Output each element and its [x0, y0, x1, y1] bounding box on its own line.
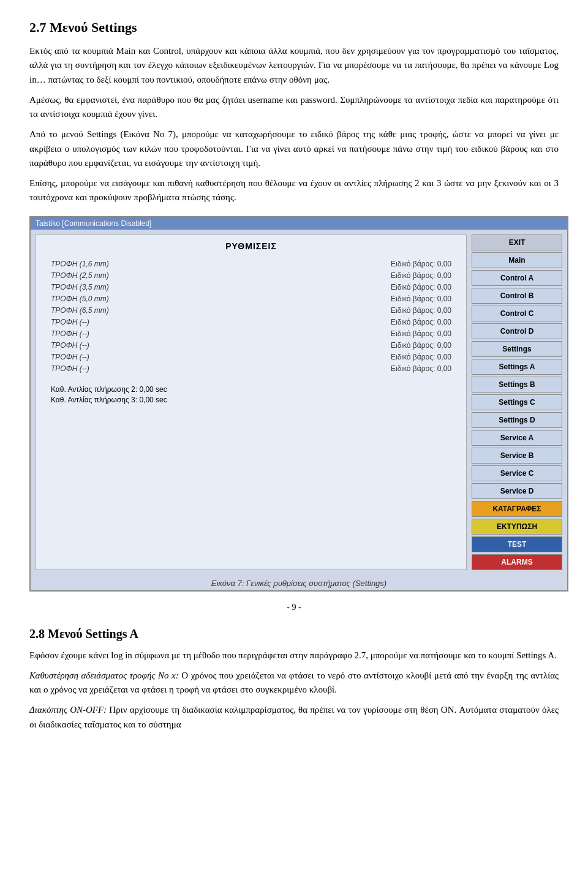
sidebar-button-settings[interactable]: Settings — [472, 341, 562, 357]
sidebar-button-control-d[interactable]: Control D — [472, 323, 562, 339]
feed-name: ΤΡΟΦΗ (2,5 mm) — [51, 271, 109, 280]
section-27-para-3: Από το μενού Settings (Εικόνα Νο 7), μπο… — [29, 127, 559, 170]
section-28-para-3: Διακόπτης ΟΝ-OFF: Πριν αρχίσουμε τη διαδ… — [29, 703, 559, 732]
sidebar-button-test[interactable]: TEST — [472, 536, 562, 552]
main-content-panel: ΡΥΘΜΙΣΕΙΣ ΤΡΟΦΗ (1,6 mm)Ειδικό βάρος: 0,… — [36, 235, 467, 570]
feed-value: Ειδικό βάρος: 0,00 — [391, 341, 451, 350]
feed-name: ΤΡΟΦΗ (3,5 mm) — [51, 283, 109, 291]
section-28-para-1: Εφόσον έχουμε κάνει log in σύμφωνα με τη… — [29, 648, 559, 663]
feed-name: ΤΡΟΦΗ (--) — [51, 341, 89, 350]
feed-name: ΤΡΟΦΗ (--) — [51, 353, 89, 361]
section-27-title: 2.7 Μενού Settings — [29, 20, 559, 36]
section-28-title: 2.8 Μενού Settings A — [29, 627, 559, 641]
feed-table: ΤΡΟΦΗ (1,6 mm)Ειδικό βάρος: 0,00ΤΡΟΦΗ (2… — [46, 258, 456, 374]
pump3-row: Καθ. Αντλίας πλήρωσης 3: 0,00 sec — [51, 396, 451, 404]
settings-screenshot: Taistiko [Communications Disabled] ΡΥΘΜΙ… — [29, 216, 568, 592]
feed-value: Ειδικό βάρος: 0,00 — [391, 306, 451, 315]
page-container: 2.7 Μενού Settings Εκτός από τα κουμπιά … — [0, 0, 588, 757]
feed-row: ΤΡΟΦΗ (6,5 mm)Ειδικό βάρος: 0,00 — [46, 305, 456, 316]
sidebar: EXITMainControl AControl BControl CContr… — [472, 235, 562, 570]
window-body: ΡΥΘΜΙΣΕΙΣ ΤΡΟΦΗ (1,6 mm)Ειδικό βάρος: 0,… — [31, 230, 567, 575]
sidebar-button-alarms[interactable]: ALARMS — [472, 554, 562, 570]
feed-row: ΤΡΟΦΗ (--)Ειδικό βάρος: 0,00 — [46, 328, 456, 339]
feed-name: ΤΡΟΦΗ (6,5 mm) — [51, 306, 109, 315]
sidebar-button-control-a[interactable]: Control A — [472, 270, 562, 286]
section-28-para-2: Καθυστέρηση αδειάσματος τροφής Νο x: Ο χ… — [29, 669, 559, 697]
feed-name: ΤΡΟΦΗ (--) — [51, 318, 89, 326]
sidebar-button-control-c[interactable]: Control C — [472, 306, 562, 321]
feed-value: Ειδικό βάρος: 0,00 — [391, 283, 451, 291]
sidebar-button-service-c[interactable]: Service C — [472, 465, 562, 481]
feed-row: ΤΡΟΦΗ (5,0 mm)Ειδικό βάρος: 0,00 — [46, 293, 456, 304]
pump-section: Καθ. Αντλίας πλήρωσης 2: 0,00 sec Καθ. Α… — [46, 383, 456, 408]
sidebar-button-settings-a[interactable]: Settings A — [472, 359, 562, 375]
feed-value: Ειδικό βάρος: 0,00 — [391, 318, 451, 326]
sidebar-button-service-d[interactable]: Service D — [472, 483, 562, 499]
feed-name: ΤΡΟΦΗ (5,0 mm) — [51, 295, 109, 303]
section-27-para-2: Αμέσως, θα εμφανιστεί, ένα παράθυρο που … — [29, 93, 559, 122]
feed-row: ΤΡΟΦΗ (--)Ειδικό βάρος: 0,00 — [46, 351, 456, 363]
sidebar-button-service-a[interactable]: Service A — [472, 430, 562, 446]
window-titlebar: Taistiko [Communications Disabled] — [31, 217, 567, 230]
feed-value: Ειδικό βάρος: 0,00 — [391, 353, 451, 361]
feed-row: ΤΡΟΦΗ (3,5 mm)Ειδικό βάρος: 0,00 — [46, 282, 456, 293]
feed-row: ΤΡΟΦΗ (--)Ειδικό βάρος: 0,00 — [46, 340, 456, 351]
sidebar-button-control-b[interactable]: Control B — [472, 288, 562, 304]
feed-name: ΤΡΟΦΗ (--) — [51, 364, 89, 373]
page-number: - 9 - — [29, 603, 559, 612]
panel-title: ΡΥΘΜΙΣΕΙΣ — [46, 241, 456, 251]
pump2-row: Καθ. Αντλίας πλήρωσης 2: 0,00 sec — [51, 385, 451, 394]
sidebar-button-exit[interactable]: EXIT — [472, 235, 562, 250]
section-28-para-3-text: Πριν αρχίσουμε τη διαδικασία καλιμπραρίσ… — [29, 705, 559, 729]
sidebar-button-service-b[interactable]: Service B — [472, 448, 562, 464]
feed-value: Ειδικό βάρος: 0,00 — [391, 295, 451, 303]
feed-value: Ειδικό βάρος: 0,00 — [391, 260, 451, 268]
feed-value: Ειδικό βάρος: 0,00 — [391, 329, 451, 338]
feed-row: ΤΡΟΦΗ (--)Ειδικό βάρος: 0,00 — [46, 317, 456, 328]
feed-value: Ειδικό βάρος: 0,00 — [391, 364, 451, 373]
italic-heading-2: Διακόπτης ΟΝ-OFF: — [29, 705, 107, 715]
section-27-para-1: Εκτός από τα κουμπιά Main και Control, υ… — [29, 44, 559, 87]
sidebar-button-settings-d[interactable]: Settings D — [472, 412, 562, 428]
feed-name: ΤΡΟΦΗ (--) — [51, 329, 89, 338]
sidebar-button-εκτυπωση[interactable]: ΕΚΤΥΠΩΣΗ — [472, 519, 562, 535]
feed-row: ΤΡΟΦΗ (1,6 mm)Ειδικό βάρος: 0,00 — [46, 258, 456, 269]
feed-row: ΤΡΟΦΗ (--)Ειδικό βάρος: 0,00 — [46, 363, 456, 374]
italic-heading-1: Καθυστέρηση αδειάσματος τροφής Νο x: — [29, 671, 179, 680]
sidebar-button-καταγραφες[interactable]: ΚΑΤΑΓΡΑΦΕΣ — [472, 501, 562, 517]
figure-caption: Εικόνα 7: Γενικές ρυθμίσεις συστήματος (… — [31, 579, 567, 588]
section-27-para-4: Επίσης, μπορούμε να εισάγουμε και πιθανή… — [29, 176, 559, 205]
sidebar-button-settings-c[interactable]: Settings C — [472, 394, 562, 410]
sidebar-button-main[interactable]: Main — [472, 252, 562, 268]
feed-row: ΤΡΟΦΗ (2,5 mm)Ειδικό βάρος: 0,00 — [46, 270, 456, 281]
feed-value: Ειδικό βάρος: 0,00 — [391, 271, 451, 280]
feed-name: ΤΡΟΦΗ (1,6 mm) — [51, 260, 109, 268]
sidebar-button-settings-b[interactable]: Settings B — [472, 377, 562, 393]
